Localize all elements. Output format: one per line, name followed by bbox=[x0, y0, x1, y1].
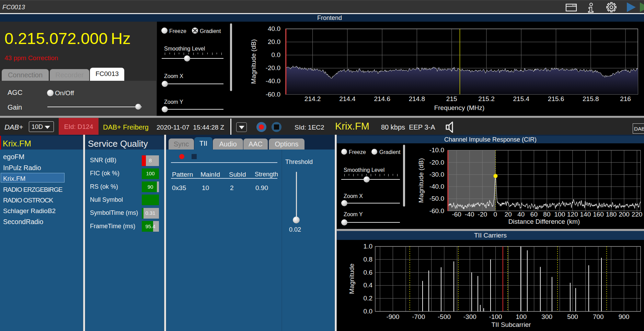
svg-text:Frequency (MHz): Frequency (MHz) bbox=[434, 104, 485, 111]
svg-text:Magnitude (dB): Magnitude (dB) bbox=[250, 39, 257, 84]
svg-text:20.0: 20.0 bbox=[268, 38, 280, 45]
svg-text:215.6: 215.6 bbox=[548, 95, 564, 102]
svg-text:215.4: 215.4 bbox=[513, 95, 530, 102]
svg-text:-20.0: -20.0 bbox=[266, 64, 280, 71]
svg-text:214.8: 214.8 bbox=[409, 95, 425, 102]
svg-text:-60.0: -60.0 bbox=[266, 91, 280, 98]
svg-text:216: 216 bbox=[620, 95, 631, 102]
svg-text:40.0: 40.0 bbox=[268, 25, 280, 32]
svg-text:215: 215 bbox=[446, 95, 457, 102]
svg-text:214.4: 214.4 bbox=[339, 95, 356, 102]
svg-text:214.2: 214.2 bbox=[304, 95, 321, 102]
svg-text:215.8: 215.8 bbox=[583, 95, 599, 102]
svg-text:-40.0: -40.0 bbox=[266, 77, 280, 85]
svg-text:214.6: 214.6 bbox=[374, 95, 390, 102]
svg-text:0.0: 0.0 bbox=[272, 51, 280, 58]
svg-text:215.2: 215.2 bbox=[478, 95, 495, 102]
